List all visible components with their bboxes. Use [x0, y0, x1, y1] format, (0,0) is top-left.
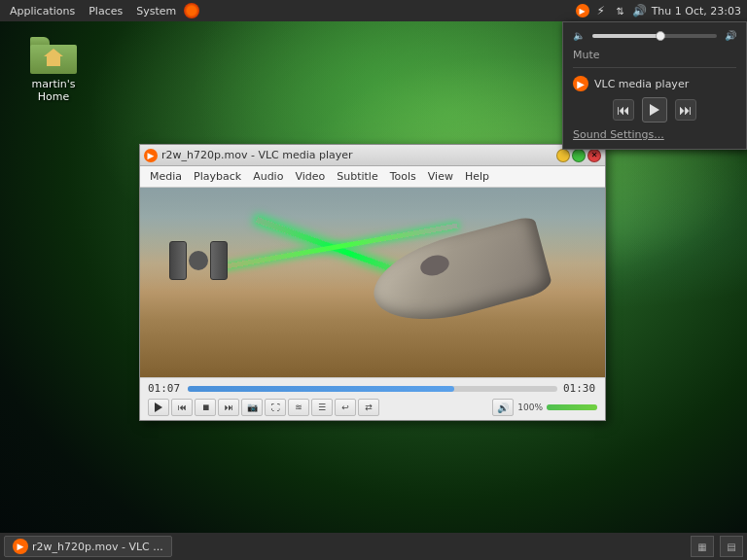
home-folder-icon[interactable]: martin's Home: [18, 35, 89, 103]
maximize-button[interactable]: [572, 149, 586, 162]
vlc-controls: 01:07 01:30 ⏮ ⏹ ⏭ 📷 ⛶ ≋ ☰ ↩ ⇄: [140, 377, 605, 420]
sys-icon-1: ▦: [697, 542, 706, 552]
play-triangle-icon: [650, 104, 659, 116]
sound-next-button[interactable]: ⏭: [675, 99, 696, 121]
shuffle-button[interactable]: ⇄: [358, 399, 379, 416]
taskbar-vlc-icon: ▶: [13, 539, 28, 554]
taskbar-sys-1[interactable]: ▦: [691, 536, 714, 557]
volume-fill: [547, 404, 597, 410]
vlc-title-text: r2w_h720p.mov - VLC media player: [161, 149, 556, 161]
menu-tools[interactable]: Tools: [384, 168, 422, 185]
menu-video[interactable]: Video: [289, 168, 331, 185]
sound-play-button[interactable]: [642, 97, 667, 122]
desktop: Applications Places System ▶ ⚡ ⇅ 🔊 Thu 1…: [0, 0, 747, 560]
menu-subtitle[interactable]: Subtitle: [331, 168, 383, 185]
network-icon[interactable]: ⇅: [613, 3, 628, 18]
menu-view[interactable]: View: [422, 168, 459, 185]
sound-popup: 🔈 🔊 Mute ▶ VLC media player ⏮: [562, 21, 747, 150]
play-button[interactable]: [148, 399, 169, 416]
taskbar-vlc-label: r2w_h720p.mov - VLC ...: [32, 541, 163, 553]
prev-button[interactable]: ⏮: [171, 399, 193, 416]
sound-vlc-section: ▶ VLC media player ⏮ ⏭: [573, 67, 736, 122]
play-icon: [155, 402, 162, 412]
volume-label: 100%: [517, 402, 543, 412]
menu-media[interactable]: Media: [144, 168, 188, 185]
sound-prev-button[interactable]: ⏮: [613, 99, 634, 121]
vlc-title-icon: ▶: [144, 149, 158, 162]
taskbar-sys-2[interactable]: ▤: [720, 536, 743, 557]
vlc-menubar: Media Playback Audio Video Subtitle Tool…: [140, 166, 605, 188]
home-folder-label: martin's Home: [18, 78, 89, 103]
mute-button[interactable]: 🔊: [492, 399, 514, 416]
tie-fighter: [169, 236, 228, 285]
progress-fill: [188, 386, 454, 392]
loop-button[interactable]: ↩: [335, 399, 356, 416]
minimize-button[interactable]: [556, 149, 570, 162]
time-elapsed: 01:07: [148, 382, 182, 395]
time-total: 01:30: [563, 382, 597, 395]
vlc-panel-icon[interactable]: ▶: [576, 4, 589, 18]
millennium-falcon: [352, 217, 547, 333]
system-menu[interactable]: System: [130, 3, 182, 19]
close-button[interactable]: ✕: [587, 149, 601, 162]
progress-bar[interactable]: [188, 386, 557, 392]
menu-playback[interactable]: Playback: [188, 168, 247, 185]
firefox-icon[interactable]: [184, 3, 199, 18]
sound-max-icon: 🔊: [725, 30, 736, 41]
next-button[interactable]: ⏭: [218, 399, 239, 416]
top-panel: Applications Places System ▶ ⚡ ⇅ 🔊 Thu 1…: [0, 0, 747, 21]
equalizer-button[interactable]: ≋: [288, 399, 309, 416]
taskbar-right: ▦ ▤: [691, 536, 743, 557]
sound-min-icon: 🔈: [573, 30, 585, 41]
folder-icon-image: [30, 35, 77, 76]
vlc-window: ▶ r2w_h720p.mov - VLC media player ✕ Med…: [139, 144, 606, 421]
fullscreen-button[interactable]: ⛶: [265, 399, 286, 416]
applications-menu[interactable]: Applications: [4, 3, 81, 19]
volume-section: 🔊 100%: [492, 399, 597, 416]
vlc-titlebar[interactable]: ▶ r2w_h720p.mov - VLC media player ✕: [140, 145, 605, 166]
sound-settings-link[interactable]: Sound Settings...: [573, 128, 736, 141]
sys-icon-2: ▤: [727, 542, 735, 552]
volume-icon[interactable]: 🔊: [632, 3, 648, 18]
sound-vlc-icon: ▶: [573, 76, 588, 91]
menu-help[interactable]: Help: [459, 168, 495, 185]
places-menu[interactable]: Places: [83, 3, 128, 19]
sound-app-name: VLC media player: [594, 78, 689, 90]
bluetooth-icon[interactable]: ⚡: [593, 3, 609, 18]
playlist-button[interactable]: ☰: [311, 399, 333, 416]
snapshot-button[interactable]: 📷: [241, 399, 263, 416]
taskbar: ▶ r2w_h720p.mov - VLC ... ▦ ▤: [0, 533, 747, 560]
mute-label: Mute: [573, 49, 736, 61]
taskbar-vlc-item[interactable]: ▶ r2w_h720p.mov - VLC ...: [4, 536, 172, 557]
menu-audio[interactable]: Audio: [247, 168, 289, 185]
vlc-video-area[interactable]: [140, 188, 605, 377]
clock: Thu 1 Oct, 23:03: [652, 5, 741, 18]
video-scene: [140, 188, 605, 377]
stop-button[interactable]: ⏹: [195, 399, 216, 416]
sound-slider[interactable]: [592, 34, 717, 38]
vlc-window-controls: ✕: [556, 149, 601, 162]
volume-bar[interactable]: [547, 404, 597, 410]
